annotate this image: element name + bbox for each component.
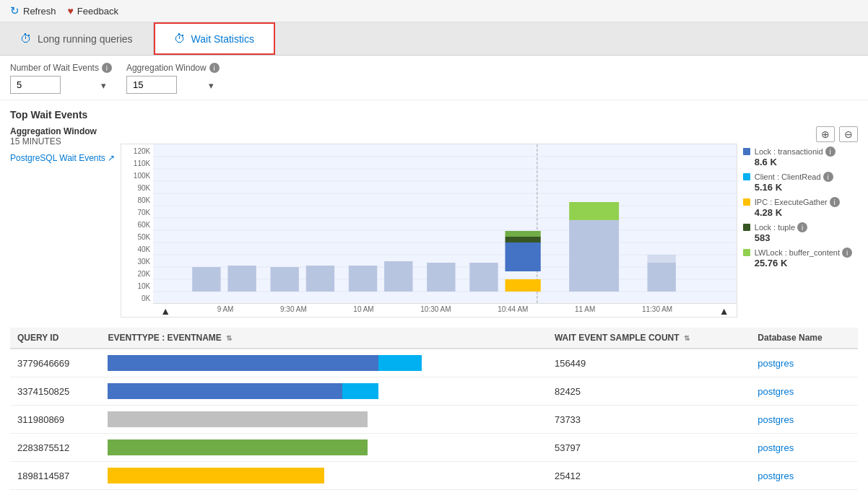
cell-query-id: 1898114587 bbox=[10, 462, 100, 490]
table-row: 228387551253797postgres bbox=[10, 434, 858, 462]
legend-color-lock-transactionid bbox=[743, 148, 750, 155]
tab-long-running[interactable]: ⏱ Long running queries bbox=[0, 22, 154, 55]
feedback-button[interactable]: ♥ Feedback bbox=[68, 5, 118, 17]
tab-wait-icon: ⏱ bbox=[174, 32, 186, 45]
cell-query-id: 3779646669 bbox=[10, 349, 100, 377]
legend-info-icon-1[interactable]: i bbox=[825, 146, 836, 157]
cell-db[interactable]: postgres bbox=[750, 377, 858, 406]
x-right-arrow: ▲ bbox=[719, 305, 729, 317]
cell-count: 82425 bbox=[547, 377, 750, 406]
chart-bars-column: ▲ 9 AM 9:30 AM 10 AM 10:30 AM 10:44 AM 1… bbox=[153, 144, 737, 317]
wait-events-label: Number of Wait Events i bbox=[10, 63, 112, 73]
bar-segment bbox=[108, 383, 342, 399]
chart-with-legend: 120K 110K 100K 90K 80K 70K 60K 50K 40K 3… bbox=[121, 144, 858, 318]
tab-long-running-label: Long running queries bbox=[38, 33, 133, 45]
db-name-link[interactable]: postgres bbox=[758, 442, 794, 453]
chart-svg bbox=[153, 144, 737, 303]
legend-info-icon-2[interactable]: i bbox=[823, 172, 833, 182]
toolbar: ↻ Refresh ♥ Feedback bbox=[0, 0, 868, 22]
tab-wait-statistics[interactable]: ⏱ Wait Statistics bbox=[154, 22, 275, 55]
db-name-link[interactable]: postgres bbox=[758, 386, 794, 397]
bar-segment bbox=[342, 383, 378, 399]
chart-zoom-controls: ⊕ ⊖ bbox=[121, 126, 858, 142]
main-content: Top Wait Events Aggregation Window 15 MI… bbox=[0, 100, 868, 499]
feedback-icon: ♥ bbox=[68, 5, 74, 17]
bar-segment bbox=[378, 355, 422, 371]
svg-rect-26 bbox=[569, 202, 619, 220]
postgresql-wait-events-link[interactable]: PostgreSQL Wait Events ↗ bbox=[10, 153, 115, 163]
refresh-label: Refresh bbox=[23, 6, 56, 17]
legend-color-lwlock-buffer bbox=[743, 249, 750, 256]
legend-color-client-clientread bbox=[743, 173, 750, 180]
db-name-link[interactable]: postgres bbox=[758, 471, 794, 481]
wait-events-select-wrapper: 5 10 15 20 bbox=[10, 76, 112, 94]
legend-info-icon-3[interactable]: i bbox=[830, 197, 840, 207]
wait-events-info-icon[interactable]: i bbox=[102, 63, 112, 73]
svg-rect-28 bbox=[648, 255, 676, 263]
aggregation-control: Aggregation Window i 5 10 15 30 60 bbox=[126, 63, 220, 94]
cell-count: 53797 bbox=[547, 434, 750, 462]
wait-events-select[interactable]: 5 10 15 20 bbox=[10, 76, 61, 94]
zoom-out-button[interactable]: ⊖ bbox=[839, 126, 858, 142]
refresh-button[interactable]: ↻ Refresh bbox=[10, 4, 56, 17]
cell-event-bar bbox=[100, 349, 547, 377]
legend-item-lock-tuple: Lock : tuple i 583 bbox=[743, 222, 852, 243]
chart-agg-value: 15 MINUTES bbox=[10, 136, 115, 146]
chart-agg-label: Aggregation Window bbox=[10, 126, 115, 136]
legend-info-icon-4[interactable]: i bbox=[797, 222, 807, 232]
cell-event-bar bbox=[100, 434, 547, 462]
sort-icon-event[interactable]: ⇅ bbox=[226, 334, 232, 342]
col-event: EVENTTYPE : EVENTNAME ⇅ bbox=[100, 328, 547, 349]
svg-rect-20 bbox=[469, 263, 498, 292]
cell-query-id: 3374150825 bbox=[10, 377, 100, 406]
cell-count: 73733 bbox=[547, 406, 750, 434]
col-count: WAIT EVENT SAMPLE COUNT ⇅ bbox=[547, 328, 750, 349]
cell-event-bar bbox=[100, 377, 547, 406]
chart-legend: Lock : transactionid i 8.6 K Client : Cl… bbox=[737, 144, 858, 318]
cell-query-id: 311980869 bbox=[10, 406, 100, 434]
aggregation-select[interactable]: 5 10 15 30 60 bbox=[126, 76, 177, 94]
bar-segment bbox=[108, 355, 378, 371]
table-row: 189811458725412postgres bbox=[10, 462, 858, 490]
table-header-row: QUERY ID EVENTTYPE : EVENTNAME ⇅ WAIT EV… bbox=[10, 328, 858, 349]
tab-clock-icon: ⏱ bbox=[20, 32, 32, 45]
svg-rect-25 bbox=[569, 220, 619, 292]
cell-db[interactable]: postgres bbox=[750, 434, 858, 462]
svg-rect-13 bbox=[192, 267, 220, 292]
db-name-link[interactable]: postgres bbox=[758, 358, 794, 369]
col-db: Database Name bbox=[750, 328, 858, 349]
chart-x-axis: ▲ 9 AM 9:30 AM 10 AM 10:30 AM 10:44 AM 1… bbox=[153, 303, 737, 317]
svg-rect-16 bbox=[306, 266, 334, 292]
aggregation-info-icon[interactable]: i bbox=[209, 63, 220, 73]
legend-item-lock-transactionid: Lock : transactionid i 8.6 K bbox=[743, 146, 852, 167]
bar-segment bbox=[108, 468, 324, 484]
chart-area: 120K 110K 100K 90K 80K 70K 60K 50K 40K 3… bbox=[121, 144, 737, 318]
cell-db[interactable]: postgres bbox=[750, 406, 858, 434]
cell-db[interactable]: postgres bbox=[750, 349, 858, 377]
sort-icon-count[interactable]: ⇅ bbox=[684, 334, 690, 342]
aggregation-label: Aggregation Window i bbox=[126, 63, 220, 73]
bar-segment bbox=[108, 411, 368, 427]
svg-rect-18 bbox=[384, 261, 412, 292]
cell-query-id: 2283875512 bbox=[10, 434, 100, 462]
table-row: 337415082582425postgres bbox=[10, 377, 858, 406]
svg-rect-22 bbox=[505, 237, 541, 242]
cell-count: 156449 bbox=[547, 349, 750, 377]
controls-bar: Number of Wait Events i 5 10 15 20 Aggre… bbox=[0, 56, 868, 100]
legend-item-lwlock-buffer: LWLock : buffer_content i 25.76 K bbox=[743, 248, 852, 268]
cell-db[interactable]: postgres bbox=[750, 462, 858, 490]
svg-rect-17 bbox=[349, 266, 377, 292]
chart-wrapper: ⊕ ⊖ 120K 110K 100K 90K 80K 70K 60K 50K 4… bbox=[121, 126, 858, 318]
zoom-in-button[interactable]: ⊕ bbox=[816, 126, 835, 142]
svg-rect-24 bbox=[505, 279, 541, 292]
table-section: QUERY ID EVENTTYPE : EVENTNAME ⇅ WAIT EV… bbox=[10, 328, 858, 490]
tab-wait-statistics-label: Wait Statistics bbox=[191, 33, 254, 45]
db-name-link[interactable]: postgres bbox=[758, 414, 794, 425]
svg-rect-27 bbox=[648, 263, 676, 292]
refresh-icon: ↻ bbox=[10, 4, 19, 17]
table-row: 3779646669156449postgres bbox=[10, 349, 858, 377]
cell-event-bar bbox=[100, 462, 547, 490]
legend-info-icon-5[interactable]: i bbox=[842, 248, 852, 258]
wait-events-table: QUERY ID EVENTTYPE : EVENTNAME ⇅ WAIT EV… bbox=[10, 328, 858, 490]
svg-rect-14 bbox=[228, 266, 256, 292]
